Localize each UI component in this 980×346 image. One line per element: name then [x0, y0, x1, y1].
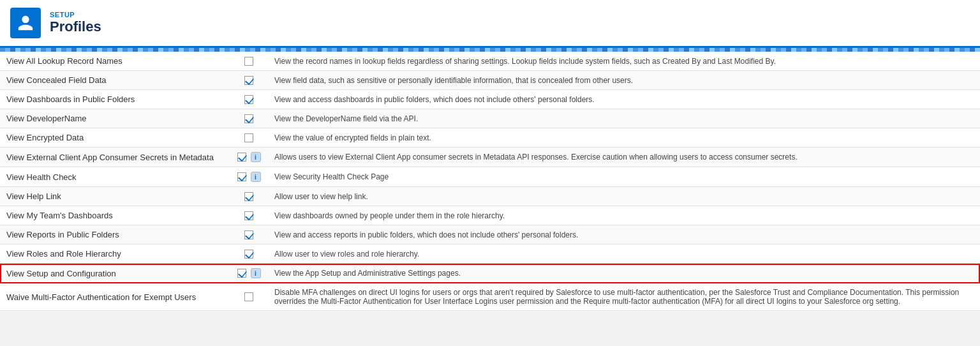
permission-name: View Setup and Configuration [0, 264, 230, 283]
permission-checkbox-cell [230, 206, 268, 225]
permission-description: View and access reports in public folder… [268, 225, 980, 244]
permission-checkbox-cell [230, 283, 268, 311]
permission-checkbox[interactable] [244, 57, 253, 66]
permission-description: Allow user to view help link. [268, 187, 980, 206]
permission-checkbox[interactable] [237, 153, 246, 162]
permission-checkbox-cell [230, 244, 268, 264]
table-row: View Dashboards in Public FoldersView an… [0, 90, 980, 109]
permission-checkbox[interactable] [244, 95, 253, 104]
permission-checkbox[interactable] [237, 269, 246, 278]
table-row: View All Lookup Record NamesView the rec… [0, 52, 980, 71]
permission-checkbox-cell [230, 71, 268, 90]
permission-description: View the App Setup and Administrative Se… [268, 264, 980, 283]
permission-checkbox-cell [230, 225, 268, 244]
permission-name: View Health Check [0, 167, 230, 187]
permission-name: View Help Link [0, 187, 230, 206]
permission-name: View Reports in Public Folders [0, 225, 230, 244]
permission-name: Waive Multi-Factor Authentication for Ex… [0, 283, 230, 311]
table-row: View Encrypted DataView the value of enc… [0, 128, 980, 147]
permission-checkbox-cell: i [230, 147, 268, 167]
table-row: View Health CheckiView Security Health C… [0, 167, 980, 187]
permission-description: View the value of encrypted fields in pl… [268, 128, 980, 147]
permission-checkbox-cell [230, 187, 268, 206]
permission-description: Allows users to view External Client App… [268, 147, 980, 167]
permission-checkbox-cell: i [230, 167, 268, 187]
permissions-table-container: View All Lookup Record NamesView the rec… [0, 52, 980, 311]
permission-checkbox-cell [230, 109, 268, 128]
info-badge[interactable]: i [251, 172, 261, 182]
setup-label: SETUP [50, 11, 101, 19]
permission-checkbox[interactable] [237, 172, 246, 181]
permission-description: Allow user to view roles and role hierar… [268, 244, 980, 264]
permission-checkbox[interactable] [244, 250, 253, 259]
table-row: View Roles and Role HierarchyAllow user … [0, 244, 980, 264]
table-row: View Help LinkAllow user to view help li… [0, 187, 980, 206]
header-icon [10, 8, 41, 38]
table-row: View My Team's DashboardsView dashboards… [0, 206, 980, 225]
permission-checkbox-cell: i [230, 264, 268, 283]
permission-checkbox[interactable] [244, 211, 253, 220]
permission-checkbox[interactable] [244, 192, 253, 201]
table-row: View DeveloperNameView the DeveloperName… [0, 109, 980, 128]
table-row: View Reports in Public FoldersView and a… [0, 225, 980, 244]
info-badge[interactable]: i [251, 268, 261, 278]
permission-checkbox[interactable] [244, 133, 253, 142]
permission-checkbox[interactable] [244, 76, 253, 85]
permissions-table: View All Lookup Record NamesView the rec… [0, 52, 980, 311]
permission-name: View Dashboards in Public Folders [0, 90, 230, 109]
permission-checkbox-cell [230, 128, 268, 147]
permission-checkbox-cell [230, 90, 268, 109]
permission-name: View Roles and Role Hierarchy [0, 244, 230, 264]
permission-name: View External Client App Consumer Secret… [0, 147, 230, 167]
permission-name: View My Team's Dashboards [0, 206, 230, 225]
permission-name: View Concealed Field Data [0, 71, 230, 90]
permission-description: View dashboards owned by people under th… [268, 206, 980, 225]
permission-name: View Encrypted Data [0, 128, 230, 147]
permission-name: View DeveloperName [0, 109, 230, 128]
table-row: View Concealed Field DataView field data… [0, 71, 980, 90]
header: SETUP Profiles [0, 0, 980, 48]
table-row: View External Client App Consumer Secret… [0, 147, 980, 167]
permission-description: View the record names in lookup fields r… [268, 52, 980, 71]
info-badge[interactable]: i [251, 152, 261, 162]
header-text: SETUP Profiles [50, 11, 101, 35]
permission-checkbox[interactable] [244, 292, 253, 301]
table-row: View Setup and ConfigurationiView the Ap… [0, 264, 980, 283]
permission-name: View All Lookup Record Names [0, 52, 230, 71]
permission-description: View the DeveloperName field via the API… [268, 109, 980, 128]
permission-description: View Security Health Check Page [268, 167, 980, 187]
permission-description: Disable MFA challenges on direct UI logi… [268, 283, 980, 311]
permission-description: View field data, such as sensitive or pe… [268, 71, 980, 90]
permission-checkbox-cell [230, 52, 268, 71]
permission-checkbox[interactable] [244, 230, 253, 239]
page-title: Profiles [50, 19, 101, 35]
table-row: Waive Multi-Factor Authentication for Ex… [0, 283, 980, 311]
permission-description: View and access dashboards in public fol… [268, 90, 980, 109]
permission-checkbox[interactable] [244, 114, 253, 123]
